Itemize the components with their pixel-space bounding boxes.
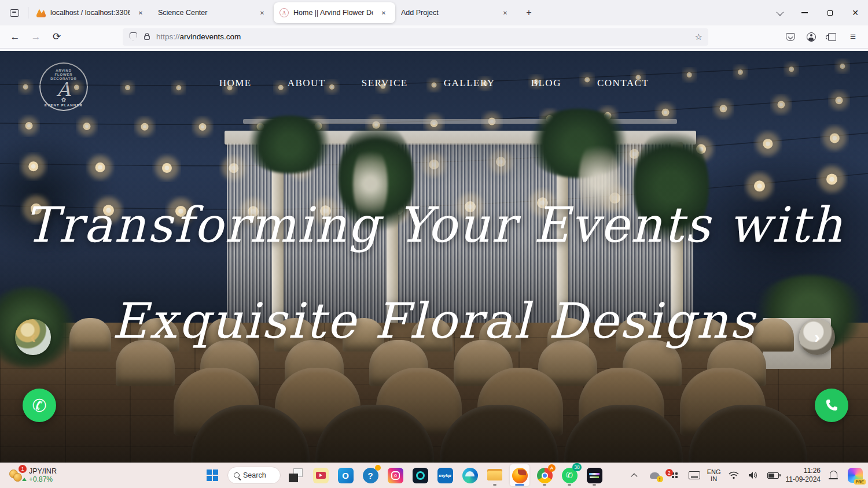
phone-icon (824, 398, 839, 413)
url-bar[interactable]: https://arvindevents.com ☆ (123, 28, 708, 46)
whatsapp-icon: ✆ (32, 395, 46, 416)
app-chrome[interactable]: A (535, 464, 554, 486)
chevron-down-icon (776, 8, 784, 16)
whatsapp-fab-button[interactable]: ✆ (23, 389, 56, 422)
widget-badge: 1 (19, 465, 27, 473)
tab-close-icon[interactable]: ✕ (378, 7, 389, 19)
taskbar-widget[interactable]: 1 JPY/INR +0.87% (6, 463, 60, 488)
phone-fab-button[interactable] (815, 389, 848, 422)
app-alexa[interactable] (410, 464, 430, 486)
chrome-profile-badge: A (548, 464, 556, 472)
tray-chevron-up[interactable] (628, 468, 642, 482)
chevron-left-icon: ‹ (30, 327, 36, 347)
forward-button[interactable]: → (27, 28, 45, 46)
app-httrack[interactable] (584, 464, 604, 486)
app-help[interactable]: ? (361, 464, 380, 486)
url-text[interactable]: https://arvindevents.com (156, 32, 690, 41)
nav-service[interactable]: SERVICE (362, 77, 408, 89)
hero-title-line2: Exquisite Floral Designs (0, 293, 868, 349)
language-line2: IN (707, 475, 721, 482)
clock-time: 11:26 (786, 467, 821, 475)
tab-phpmyadmin[interactable]: localhost / localhost:3306 / nam ✕ (31, 2, 152, 23)
chevron-up-icon (631, 473, 637, 479)
app-firefox-active[interactable] (510, 464, 529, 486)
carousel-prev-button[interactable]: ‹ (15, 319, 51, 355)
browser-tab-bar: localhost / localhost:3306 / nam ✕ Scien… (0, 0, 868, 25)
edge-icon (462, 468, 478, 483)
nav-gallery[interactable]: GALLERY (444, 77, 495, 89)
window-minimize-button[interactable] (792, 0, 817, 25)
phpmyadmin-favicon-icon (36, 8, 46, 17)
clock-date: 11-09-2024 (786, 475, 821, 484)
carousel-next-button[interactable]: › (799, 319, 835, 355)
nav-about[interactable]: ABOUT (288, 77, 326, 89)
alexa-icon (413, 468, 428, 483)
nav-contact[interactable]: CONTACT (597, 77, 649, 89)
account-icon[interactable] (802, 28, 821, 46)
tab-science-center[interactable]: Science Center ✕ (152, 2, 274, 23)
app-myhp[interactable]: myhp (435, 464, 455, 486)
logo-flower-icon: ✿ (41, 98, 87, 102)
menu-hamburger-icon[interactable]: ≡ (844, 28, 862, 46)
tab-add-project[interactable]: Add Project ✕ (395, 2, 517, 23)
copilot-icon: PRE (848, 468, 863, 483)
extensions-puzzle-icon[interactable] (823, 28, 841, 46)
list-all-tabs-button[interactable] (766, 0, 792, 25)
reload-button[interactable]: ⟳ (47, 28, 66, 46)
app-snip-overlap-squares[interactable] (286, 464, 306, 486)
tab-title: Science Center (158, 9, 252, 17)
windows-logo-icon (207, 469, 218, 481)
firefox-view-icon[interactable] (6, 4, 23, 21)
tab-title: Add Project (401, 9, 495, 17)
app-whatsapp[interactable]: ✆ 38 (560, 464, 579, 486)
firefox-icon (512, 468, 528, 483)
myhp-icon: myhp (437, 468, 453, 483)
httrack-icon (587, 468, 602, 483)
bell-icon (830, 471, 837, 478)
file-explorer-icon (487, 469, 502, 482)
video-app-icon (313, 468, 329, 483)
start-button[interactable] (203, 465, 222, 485)
tab-close-icon[interactable]: ✕ (499, 7, 511, 19)
bookmark-star-icon[interactable]: ☆ (695, 32, 703, 42)
tray-notifier[interactable]: 2 (668, 468, 682, 482)
pergola-upper-rail (243, 119, 677, 124)
windows-taskbar: 1 JPY/INR +0.87% Search (0, 463, 868, 488)
app-instagram[interactable] (385, 464, 405, 486)
widget-change: +0.87% (29, 475, 53, 483)
tray-onedrive[interactable]: ! (648, 468, 662, 482)
app-edge[interactable] (460, 464, 480, 486)
running-indicator (568, 484, 571, 486)
wifi-icon (729, 471, 739, 479)
warning-badge: ! (657, 476, 663, 482)
window-close-button[interactable]: ✕ (843, 0, 868, 25)
tray-clock[interactable]: 11:26 11-09-2024 (786, 467, 821, 484)
lock-icon[interactable] (142, 32, 152, 42)
nav-blog[interactable]: BLOG (531, 77, 561, 89)
window-restore-button[interactable] (817, 0, 843, 25)
app-file-explorer[interactable] (485, 464, 505, 486)
tray-language-switcher[interactable]: ENG IN (707, 468, 721, 482)
tray-wifi[interactable] (727, 468, 741, 482)
taskbar-center: Search O ? (203, 463, 604, 488)
notification-count-badge: 2 (665, 469, 673, 476)
taskbar-search[interactable]: Search (227, 467, 281, 484)
tray-volume[interactable] (746, 468, 760, 482)
tray-touch-keyboard[interactable] (687, 468, 701, 482)
tab-close-icon[interactable]: ✕ (256, 7, 268, 19)
whatsapp-unread-badge: 38 (572, 463, 582, 471)
app-video-player[interactable] (311, 464, 330, 486)
battery-icon (767, 472, 779, 479)
app-outlook[interactable]: O (336, 464, 355, 486)
new-tab-button[interactable]: + (521, 5, 536, 20)
tab-close-icon[interactable]: ✕ (135, 7, 146, 19)
pocket-icon[interactable] (781, 28, 800, 46)
back-button[interactable]: ← (6, 28, 24, 46)
shield-icon[interactable] (128, 32, 138, 42)
url-scheme: https:// (156, 32, 180, 41)
tab-arvind-home-active[interactable]: A Home || Arvind Flower Decora ✕ (274, 2, 395, 23)
tray-copilot[interactable]: PRE (846, 468, 865, 482)
tray-battery[interactable] (766, 468, 780, 482)
nav-home[interactable]: HOME (219, 77, 252, 89)
tray-notifications[interactable] (826, 468, 840, 482)
